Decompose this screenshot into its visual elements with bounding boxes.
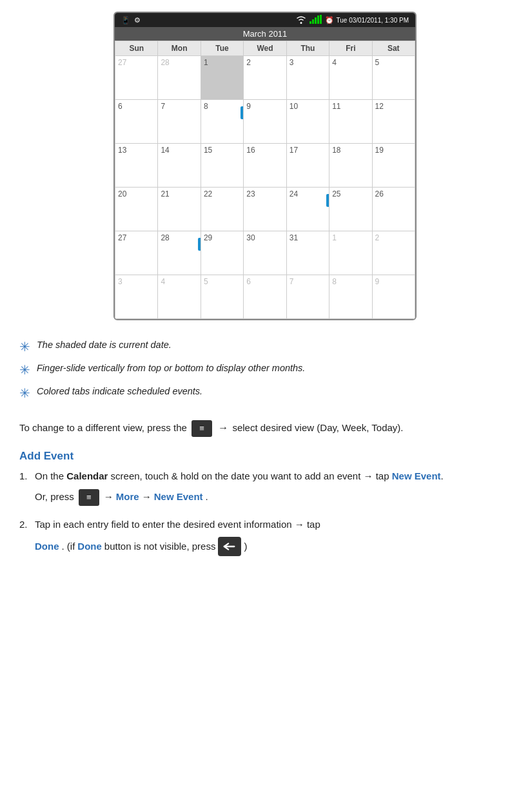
cal-cell-4-4[interactable]: 31 xyxy=(286,231,329,275)
cal-cell-4-1[interactable]: 28 xyxy=(158,231,201,275)
day-mon: Mon xyxy=(158,41,201,56)
phone-icon: 📱 xyxy=(121,16,130,24)
cal-cell-5-2[interactable]: 5 xyxy=(201,275,243,319)
step1-text-2: screen, touch & hold on the date you wan… xyxy=(108,470,363,481)
cal-cell-0-1[interactable]: 28 xyxy=(158,56,201,100)
cal-cell-0-0[interactable]: 27 xyxy=(115,56,158,100)
day-wed: Wed xyxy=(244,41,286,56)
step-2-sub: Done. (if Done button is not visible, pr… xyxy=(35,537,511,556)
step2-arrow: → xyxy=(295,519,304,530)
note-star-1: ✳ xyxy=(19,338,30,355)
note-item-1: ✳ The shaded date is current date. xyxy=(19,338,511,355)
cal-cell-5-4[interactable]: 7 xyxy=(286,275,329,319)
cal-cell-5-6[interactable]: 9 xyxy=(372,275,415,319)
note-star-2: ✳ xyxy=(19,362,30,378)
phone-container: 📱 ⚙ xyxy=(0,0,530,327)
calendar-row-4: 272829303112 xyxy=(115,231,415,275)
cal-cell-1-3[interactable]: 9 xyxy=(244,100,286,144)
cal-cell-2-5[interactable]: 18 xyxy=(329,144,372,188)
back-icon xyxy=(218,537,241,556)
calendar-month-label: March 2011 xyxy=(243,29,288,39)
step2-text-1: Tap in each entry field to enter the des… xyxy=(35,519,295,530)
step2-done-link1: Done xyxy=(35,541,59,552)
day-fri: Fri xyxy=(329,41,372,56)
cal-cell-3-5[interactable]: 25 xyxy=(329,188,372,231)
calendar-row-0: 272812345 xyxy=(115,56,415,100)
cal-cell-4-5[interactable]: 1 xyxy=(329,231,372,275)
day-sun: Sun xyxy=(115,41,158,56)
settings-icon: ⚙ xyxy=(134,16,141,24)
event-tab-1-2 xyxy=(240,106,243,119)
cal-cell-0-4[interactable]: 3 xyxy=(286,56,329,100)
cal-cell-2-1[interactable]: 14 xyxy=(158,144,201,188)
arrow-1: → xyxy=(218,422,228,433)
cal-cell-4-0[interactable]: 27 xyxy=(115,231,158,275)
step2-sub-text1: . (if xyxy=(62,539,75,554)
cal-cell-5-5[interactable]: 8 xyxy=(329,275,372,319)
cal-cell-2-3[interactable]: 16 xyxy=(244,144,286,188)
note-item-2: ✳ Finger-slide vertically from top or bo… xyxy=(19,362,511,378)
status-icons: ⏰ Tue 03/01/2011, 1:30 PM xyxy=(295,15,409,25)
step1-new-event-link: New Event xyxy=(154,491,203,502)
status-bar: 📱 ⚙ xyxy=(115,13,415,27)
cal-cell-1-0[interactable]: 6 xyxy=(115,100,158,144)
cal-cell-4-6[interactable]: 2 xyxy=(372,231,415,275)
cal-cell-1-4[interactable]: 10 xyxy=(286,100,329,144)
cal-cell-5-3[interactable]: 6 xyxy=(244,275,286,319)
signal-bars xyxy=(309,15,322,25)
day-thu: Thu xyxy=(286,41,329,56)
calendar-row-5: 3456789 xyxy=(115,275,415,319)
cal-cell-0-2[interactable]: 1 xyxy=(201,56,243,100)
cal-cell-2-0[interactable]: 13 xyxy=(115,144,158,188)
cal-cell-0-3[interactable]: 2 xyxy=(244,56,286,100)
cal-cell-1-5[interactable]: 11 xyxy=(329,100,372,144)
cal-cell-3-2[interactable]: 22 xyxy=(201,188,243,231)
step1-new-event: New Event xyxy=(392,470,441,481)
cal-cell-3-3[interactable]: 23 xyxy=(244,188,286,231)
instructions-after: select desired view (Day, Week, Today). xyxy=(232,422,403,433)
step1-text-3: tap xyxy=(376,470,392,481)
step1-sub-arrow2: → xyxy=(142,490,152,505)
cal-cell-2-2[interactable]: 15 xyxy=(201,144,243,188)
step1-text-1: On the xyxy=(35,470,66,481)
alarm-icon: ⏰ xyxy=(325,16,334,24)
cal-cell-4-2[interactable]: 29 xyxy=(201,231,243,275)
cal-cell-0-5[interactable]: 4 xyxy=(329,56,372,100)
step2-sub-text3: ) xyxy=(244,539,247,554)
cal-cell-1-1[interactable]: 7 xyxy=(158,100,201,144)
step2-sub-text2: button is not visible, press xyxy=(104,539,216,554)
note-text-1: The shaded date is current date. xyxy=(37,338,172,351)
step-2-num: 2. xyxy=(19,517,35,532)
cal-cell-1-2[interactable]: 8 xyxy=(201,100,243,144)
phone-screen: 📱 ⚙ xyxy=(113,12,417,320)
svg-rect-4 xyxy=(320,15,322,24)
cal-cell-3-4[interactable]: 24 xyxy=(286,188,329,231)
note-text-2: Finger-slide vertically from top or bott… xyxy=(37,362,305,374)
cal-cell-1-6[interactable]: 12 xyxy=(372,100,415,144)
datetime-display: Tue 03/01/2011, 1:30 PM xyxy=(337,17,409,24)
day-tue: Tue xyxy=(201,41,243,56)
wifi-icon xyxy=(295,15,307,25)
calendar-row-3: 20212223242526 xyxy=(115,188,415,231)
cal-cell-3-1[interactable]: 21 xyxy=(158,188,201,231)
instructions-section: To change to a different view, press the… xyxy=(0,414,530,443)
cal-cell-5-0[interactable]: 3 xyxy=(115,275,158,319)
calendar-day-headers: Sun Mon Tue Wed Thu Fri Sat xyxy=(115,41,415,56)
status-bar-left: 📱 ⚙ xyxy=(121,16,141,24)
cal-cell-3-6[interactable]: 26 xyxy=(372,188,415,231)
cal-cell-5-1[interactable]: 4 xyxy=(158,275,201,319)
cal-cell-4-3[interactable]: 30 xyxy=(244,231,286,275)
calendar-row-2: 13141516171819 xyxy=(115,144,415,188)
menu-icon-inline: ≡ xyxy=(191,420,212,437)
step1-more-link: More xyxy=(116,491,139,502)
cal-cell-2-4[interactable]: 17 xyxy=(286,144,329,188)
event-tab-4-1 xyxy=(198,238,201,251)
cal-cell-2-6[interactable]: 19 xyxy=(372,144,415,188)
step2-done-link2: Done xyxy=(77,541,102,552)
svg-rect-3 xyxy=(317,15,319,24)
steps-list: 1. On the Calendar screen, touch & hold … xyxy=(19,469,511,559)
cal-cell-0-6[interactable]: 5 xyxy=(372,56,415,100)
calendar-month-header: March 2011 xyxy=(115,27,415,41)
step1-arrow-1: → xyxy=(364,470,376,481)
cal-cell-3-0[interactable]: 20 xyxy=(115,188,158,231)
